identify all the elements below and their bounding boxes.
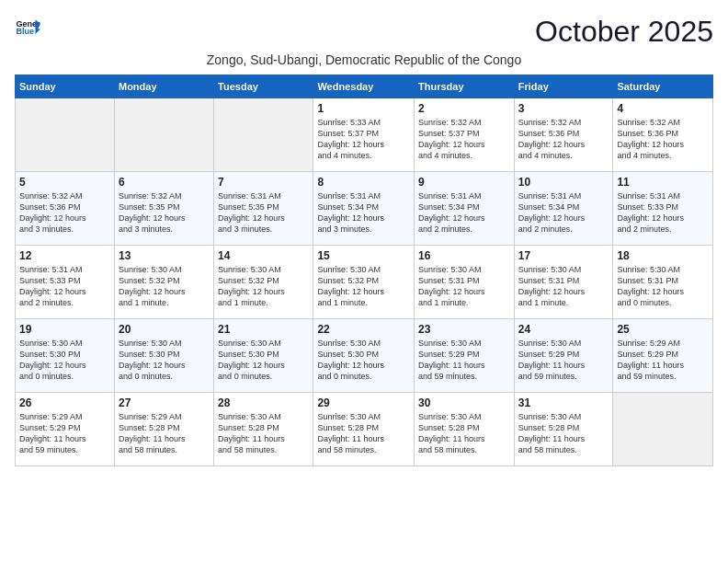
day-cell bbox=[613, 393, 713, 466]
day-cell: 31Sunrise: 5:30 AM Sunset: 5:28 PM Dayli… bbox=[514, 393, 613, 466]
day-number: 22 bbox=[317, 323, 410, 336]
day-cell: 22Sunrise: 5:30 AM Sunset: 5:30 PM Dayli… bbox=[313, 319, 415, 393]
day-cell: 12Sunrise: 5:31 AM Sunset: 5:33 PM Dayli… bbox=[16, 246, 115, 319]
column-header-saturday: Saturday bbox=[613, 75, 713, 98]
day-cell: 6Sunrise: 5:32 AM Sunset: 5:35 PM Daylig… bbox=[114, 172, 213, 246]
day-number: 20 bbox=[119, 323, 210, 336]
day-cell: 8Sunrise: 5:31 AM Sunset: 5:34 PM Daylig… bbox=[313, 172, 415, 246]
day-cell: 5Sunrise: 5:32 AM Sunset: 5:36 PM Daylig… bbox=[16, 172, 115, 246]
column-header-monday: Monday bbox=[114, 75, 213, 98]
day-number: 13 bbox=[119, 249, 210, 262]
day-info: Sunrise: 5:30 AM Sunset: 5:28 PM Dayligh… bbox=[518, 411, 609, 456]
day-cell: 19Sunrise: 5:30 AM Sunset: 5:30 PM Dayli… bbox=[16, 319, 115, 393]
column-header-wednesday: Wednesday bbox=[313, 75, 415, 98]
day-number: 30 bbox=[418, 396, 510, 409]
day-cell bbox=[16, 98, 115, 172]
week-row-1: 1Sunrise: 5:33 AM Sunset: 5:37 PM Daylig… bbox=[16, 98, 713, 172]
day-number: 17 bbox=[518, 249, 609, 262]
day-number: 19 bbox=[19, 323, 110, 336]
month-title: October 2025 bbox=[535, 15, 713, 49]
day-info: Sunrise: 5:29 AM Sunset: 5:28 PM Dayligh… bbox=[119, 411, 210, 456]
week-row-5: 26Sunrise: 5:29 AM Sunset: 5:29 PM Dayli… bbox=[16, 393, 713, 466]
day-cell: 24Sunrise: 5:30 AM Sunset: 5:29 PM Dayli… bbox=[514, 319, 613, 393]
day-cell: 1Sunrise: 5:33 AM Sunset: 5:37 PM Daylig… bbox=[313, 98, 415, 172]
day-number: 26 bbox=[19, 396, 110, 409]
column-header-tuesday: Tuesday bbox=[214, 75, 313, 98]
day-info: Sunrise: 5:30 AM Sunset: 5:31 PM Dayligh… bbox=[418, 264, 510, 309]
day-number: 3 bbox=[518, 102, 609, 115]
day-number: 4 bbox=[617, 102, 709, 115]
day-info: Sunrise: 5:31 AM Sunset: 5:34 PM Dayligh… bbox=[518, 190, 609, 236]
day-cell: 29Sunrise: 5:30 AM Sunset: 5:28 PM Dayli… bbox=[313, 393, 415, 466]
day-cell: 15Sunrise: 5:30 AM Sunset: 5:32 PM Dayli… bbox=[313, 246, 415, 319]
day-number: 16 bbox=[418, 249, 510, 262]
day-cell bbox=[214, 98, 313, 172]
day-number: 7 bbox=[218, 176, 309, 189]
day-info: Sunrise: 5:30 AM Sunset: 5:30 PM Dayligh… bbox=[218, 338, 309, 383]
day-info: Sunrise: 5:30 AM Sunset: 5:28 PM Dayligh… bbox=[418, 411, 510, 456]
day-cell bbox=[114, 98, 213, 172]
day-cell: 28Sunrise: 5:30 AM Sunset: 5:28 PM Dayli… bbox=[214, 393, 313, 466]
day-info: Sunrise: 5:32 AM Sunset: 5:37 PM Dayligh… bbox=[418, 117, 510, 162]
day-cell: 16Sunrise: 5:30 AM Sunset: 5:31 PM Dayli… bbox=[415, 246, 515, 319]
day-info: Sunrise: 5:31 AM Sunset: 5:33 PM Dayligh… bbox=[617, 190, 709, 236]
day-info: Sunrise: 5:30 AM Sunset: 5:32 PM Dayligh… bbox=[317, 264, 410, 309]
day-cell: 17Sunrise: 5:30 AM Sunset: 5:31 PM Dayli… bbox=[514, 246, 613, 319]
day-number: 8 bbox=[317, 176, 410, 189]
day-number: 29 bbox=[317, 396, 410, 409]
week-row-4: 19Sunrise: 5:30 AM Sunset: 5:30 PM Dayli… bbox=[16, 319, 713, 393]
day-info: Sunrise: 5:30 AM Sunset: 5:30 PM Dayligh… bbox=[317, 338, 410, 383]
day-number: 28 bbox=[218, 396, 309, 409]
day-cell: 7Sunrise: 5:31 AM Sunset: 5:35 PM Daylig… bbox=[214, 172, 313, 246]
day-info: Sunrise: 5:31 AM Sunset: 5:34 PM Dayligh… bbox=[317, 190, 410, 236]
day-info: Sunrise: 5:32 AM Sunset: 5:36 PM Dayligh… bbox=[617, 117, 709, 162]
day-cell: 2Sunrise: 5:32 AM Sunset: 5:37 PM Daylig… bbox=[415, 98, 515, 172]
day-number: 23 bbox=[418, 323, 510, 336]
day-cell: 20Sunrise: 5:30 AM Sunset: 5:30 PM Dayli… bbox=[114, 319, 213, 393]
day-info: Sunrise: 5:33 AM Sunset: 5:37 PM Dayligh… bbox=[317, 117, 410, 162]
week-row-3: 12Sunrise: 5:31 AM Sunset: 5:33 PM Dayli… bbox=[16, 246, 713, 319]
day-info: Sunrise: 5:30 AM Sunset: 5:28 PM Dayligh… bbox=[218, 411, 309, 456]
day-info: Sunrise: 5:30 AM Sunset: 5:29 PM Dayligh… bbox=[418, 338, 510, 383]
day-number: 24 bbox=[518, 323, 609, 336]
day-info: Sunrise: 5:30 AM Sunset: 5:28 PM Dayligh… bbox=[317, 411, 410, 456]
day-info: Sunrise: 5:30 AM Sunset: 5:30 PM Dayligh… bbox=[19, 338, 110, 383]
day-number: 2 bbox=[418, 102, 510, 115]
header-row: SundayMondayTuesdayWednesdayThursdayFrid… bbox=[16, 75, 713, 98]
day-cell: 21Sunrise: 5:30 AM Sunset: 5:30 PM Dayli… bbox=[214, 319, 313, 393]
day-number: 14 bbox=[218, 249, 309, 262]
day-number: 1 bbox=[317, 102, 410, 115]
svg-text:Blue: Blue bbox=[16, 27, 34, 36]
week-row-2: 5Sunrise: 5:32 AM Sunset: 5:36 PM Daylig… bbox=[16, 172, 713, 246]
day-info: Sunrise: 5:30 AM Sunset: 5:29 PM Dayligh… bbox=[518, 338, 609, 383]
column-header-friday: Friday bbox=[514, 75, 613, 98]
day-cell: 25Sunrise: 5:29 AM Sunset: 5:29 PM Dayli… bbox=[613, 319, 713, 393]
logo: General Blue bbox=[15, 15, 40, 40]
subtitle: Zongo, Sud-Ubangi, Democratic Republic o… bbox=[15, 52, 713, 67]
day-cell: 9Sunrise: 5:31 AM Sunset: 5:34 PM Daylig… bbox=[415, 172, 515, 246]
day-number: 12 bbox=[19, 249, 110, 262]
day-info: Sunrise: 5:32 AM Sunset: 5:36 PM Dayligh… bbox=[518, 117, 609, 162]
day-cell: 26Sunrise: 5:29 AM Sunset: 5:29 PM Dayli… bbox=[16, 393, 115, 466]
day-info: Sunrise: 5:30 AM Sunset: 5:32 PM Dayligh… bbox=[119, 264, 210, 309]
day-number: 11 bbox=[617, 176, 709, 189]
day-number: 6 bbox=[119, 176, 210, 189]
day-info: Sunrise: 5:31 AM Sunset: 5:33 PM Dayligh… bbox=[19, 264, 110, 309]
day-cell: 23Sunrise: 5:30 AM Sunset: 5:29 PM Dayli… bbox=[415, 319, 515, 393]
day-info: Sunrise: 5:29 AM Sunset: 5:29 PM Dayligh… bbox=[19, 411, 110, 456]
day-number: 15 bbox=[317, 249, 410, 262]
day-number: 31 bbox=[518, 396, 609, 409]
column-header-sunday: Sunday bbox=[16, 75, 115, 98]
day-info: Sunrise: 5:30 AM Sunset: 5:32 PM Dayligh… bbox=[218, 264, 309, 309]
day-info: Sunrise: 5:32 AM Sunset: 5:36 PM Dayligh… bbox=[19, 190, 110, 236]
day-info: Sunrise: 5:29 AM Sunset: 5:29 PM Dayligh… bbox=[617, 338, 709, 383]
day-number: 9 bbox=[418, 176, 510, 189]
header: General Blue October 2025 bbox=[15, 15, 713, 49]
day-cell: 3Sunrise: 5:32 AM Sunset: 5:36 PM Daylig… bbox=[514, 98, 613, 172]
day-info: Sunrise: 5:30 AM Sunset: 5:31 PM Dayligh… bbox=[617, 264, 709, 309]
day-number: 18 bbox=[617, 249, 709, 262]
day-info: Sunrise: 5:30 AM Sunset: 5:31 PM Dayligh… bbox=[518, 264, 609, 309]
day-number: 21 bbox=[218, 323, 309, 336]
column-header-thursday: Thursday bbox=[415, 75, 515, 98]
day-info: Sunrise: 5:32 AM Sunset: 5:35 PM Dayligh… bbox=[119, 190, 210, 236]
